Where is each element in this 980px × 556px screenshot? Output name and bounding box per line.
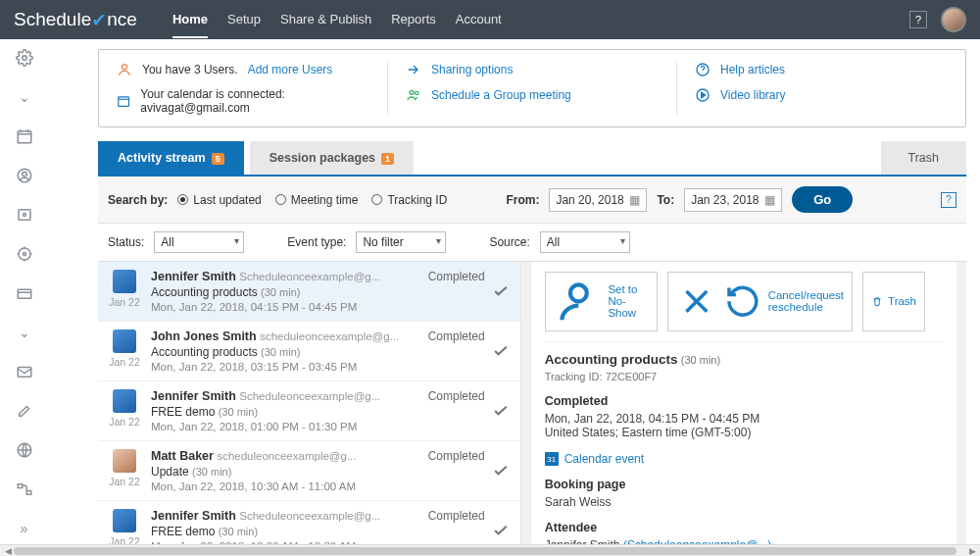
gear-icon[interactable] — [16, 49, 33, 67]
svg-point-0 — [22, 56, 26, 61]
event-type-label: Event type: — [287, 235, 346, 249]
mail-icon[interactable] — [16, 363, 33, 380]
info-calendar-text: Your calendar is connected: avivagat@gma… — [140, 87, 369, 115]
to-date-input[interactable]: Jan 23, 2018▦ — [684, 188, 782, 212]
help-icon[interactable]: ? — [909, 11, 927, 28]
to-label: To: — [657, 193, 674, 207]
chevron-down-icon[interactable]: ⌄ — [16, 88, 33, 106]
user-circle-icon[interactable] — [16, 167, 33, 184]
radio-last-updated[interactable]: Last updated — [177, 193, 261, 207]
scroll-left-icon[interactable]: ◀ — [2, 546, 14, 556]
from-date-input[interactable]: Jan 20, 2018▦ — [549, 188, 647, 212]
item-name: Matt Baker scheduleonceexample@g... — [151, 449, 418, 463]
nav-link-home[interactable]: Home — [172, 2, 208, 38]
trash-button[interactable]: Trash — [862, 272, 925, 331]
activity-item[interactable]: Jan 22Jennifer Smith Scheduleonceexample… — [98, 381, 520, 441]
info-card: You have 3 Users. Add more Users Your ca… — [98, 49, 966, 127]
from-label: From: — [506, 193, 539, 207]
tab-trash[interactable]: Trash — [881, 141, 967, 175]
help-article-icon — [695, 62, 710, 77]
nav-link-reports[interactable]: Reports — [391, 2, 436, 38]
activity-item[interactable]: Jan 22Jennifer Smith Scheduleonceexample… — [98, 262, 520, 322]
chevron-down-icon-2[interactable]: ⌄ — [16, 324, 33, 341]
item-date: Jan 22 — [109, 296, 140, 308]
video-library-link[interactable]: Video library — [720, 88, 785, 102]
play-icon — [695, 87, 710, 103]
svg-rect-1 — [18, 131, 31, 143]
inline-help-icon[interactable]: ? — [941, 192, 956, 208]
detail-timezone: United States; Eastern time (GMT-5:00) — [545, 426, 943, 439]
source-select[interactable]: All — [540, 231, 630, 253]
detail-datetime: Mon, Jan 22, 2018, 04:15 PM - 04:45 PM — [545, 412, 943, 426]
event-type-select[interactable]: No filter — [356, 231, 446, 253]
svg-rect-11 — [18, 484, 23, 488]
item-title: Accounting products (30 min) — [151, 345, 418, 359]
group-meeting-link[interactable]: Schedule a Group meeting — [431, 88, 571, 102]
avatar-thumbnail — [113, 449, 136, 473]
globe-icon[interactable] — [16, 441, 33, 459]
svg-rect-12 — [26, 491, 31, 495]
add-users-link[interactable]: Add more Users — [248, 63, 333, 76]
svg-point-3 — [22, 172, 26, 177]
set-noshow-button[interactable]: Set to No-Show — [545, 272, 659, 331]
detail-title: Accounting products — [545, 352, 678, 367]
expand-icon[interactable]: » — [16, 520, 33, 537]
main-content: You have 3 Users. Add more Users Your ca… — [49, 39, 980, 544]
user-icon — [117, 62, 132, 77]
avatar-thumbnail — [113, 509, 136, 532]
activity-item[interactable]: Jan 22Matt Baker scheduleonceexample@g..… — [98, 441, 520, 501]
share-icon — [406, 62, 421, 77]
left-sidebar: ⌄ ⌄ » — [0, 39, 49, 544]
svg-point-7 — [23, 253, 25, 256]
calendar-event-link[interactable]: 31 Calendar event — [545, 452, 644, 466]
nav-link-account[interactable]: Account — [456, 2, 502, 38]
status-select[interactable]: All — [154, 231, 244, 253]
svg-rect-14 — [119, 97, 129, 107]
item-date: Jan 22 — [109, 416, 140, 428]
activity-item[interactable]: Jan 22John Jones Smith scheduleonceexamp… — [98, 322, 520, 381]
nav-link-setup[interactable]: Setup — [227, 2, 261, 38]
help-articles-link[interactable]: Help articles — [720, 63, 785, 76]
item-name: John Jones Smith scheduleonceexample@g..… — [151, 329, 418, 343]
nav-links: HomeSetupShare & PublishReportsAccount — [172, 2, 502, 38]
item-time: Mon, Jan 22, 2018, 04:15 PM - 04:45 PM — [151, 301, 418, 313]
radio-meeting-time[interactable]: Meeting time — [275, 193, 359, 207]
edit-icon[interactable] — [16, 402, 33, 420]
list-scrollbar[interactable] — [521, 262, 531, 544]
avatar[interactable] — [941, 7, 966, 32]
badge-icon[interactable] — [16, 206, 33, 224]
item-title: Update (30 min) — [151, 465, 418, 479]
activity-item[interactable]: Jan 22Jennifer Smith Scheduleonceexample… — [98, 501, 520, 544]
go-button[interactable]: Go — [792, 186, 853, 213]
item-status: Completed — [428, 329, 511, 373]
calendar-icon[interactable] — [16, 127, 33, 145]
tabs-row: Activity stream5 Session packages1 Trash — [98, 141, 966, 177]
flow-icon[interactable] — [16, 480, 33, 498]
item-date: Jan 22 — [109, 535, 140, 544]
svg-point-20 — [570, 284, 587, 301]
item-time: Mon, Jan 22, 2018, 01:00 PM - 01:30 PM — [151, 421, 418, 432]
calendar-glyph-icon: ▦ — [629, 193, 640, 207]
booking-page-value: Sarah Weiss — [545, 495, 943, 509]
horizontal-scrollbar[interactable]: ◀ ▶ — [0, 544, 980, 556]
group-icon — [406, 87, 421, 103]
scroll-right-icon[interactable]: ▶ — [966, 546, 978, 556]
detail-scrollbar[interactable] — [956, 262, 966, 544]
radio-tracking-id[interactable]: Tracking ID — [371, 193, 447, 207]
calendar-glyph-icon: ▦ — [764, 193, 775, 207]
activity-detail: Set to No-Show Cancel/request reschedule… — [531, 262, 956, 544]
cancel-reschedule-button[interactable]: Cancel/request reschedule — [667, 272, 853, 331]
info-users-text: You have 3 Users. — [142, 63, 238, 76]
tab-session-packages[interactable]: Session packages1 — [250, 141, 414, 175]
settings-alt-icon[interactable] — [16, 245, 33, 263]
info-users: You have 3 Users. Add more Users — [117, 62, 369, 77]
calendar-box-icon: 31 — [545, 452, 559, 466]
app-root: Schedule✔nce HomeSetupShare & PublishRep… — [0, 0, 980, 556]
sharing-link[interactable]: Sharing options — [431, 63, 513, 76]
svg-point-5 — [23, 214, 25, 217]
nav-link-share-publish[interactable]: Share & Publish — [280, 2, 371, 38]
search-radio-group: Last updatedMeeting timeTracking ID — [177, 193, 447, 207]
card-icon[interactable] — [16, 284, 33, 302]
item-title: Accounting products (30 min) — [151, 285, 418, 299]
tab-activity-stream[interactable]: Activity stream5 — [98, 141, 244, 175]
